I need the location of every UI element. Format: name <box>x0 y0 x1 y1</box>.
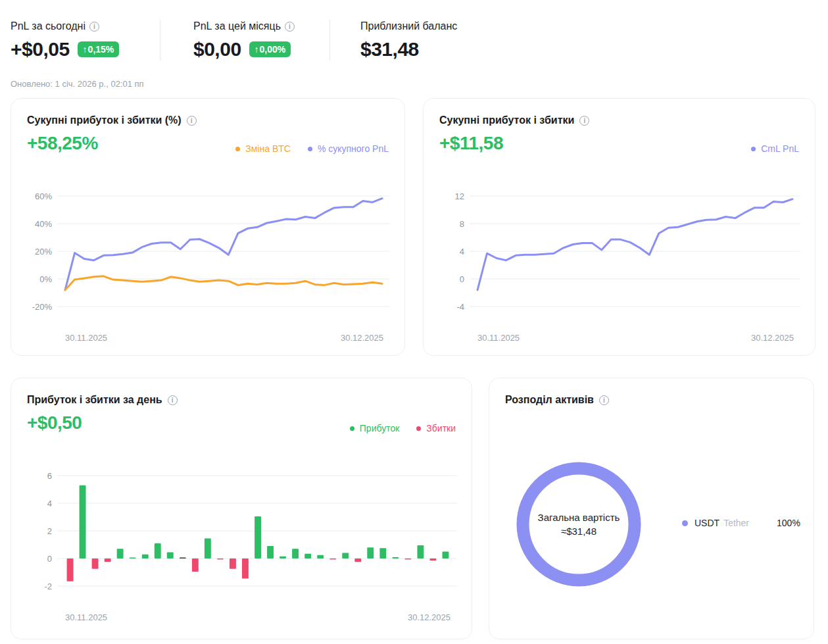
legend-dot <box>350 426 354 431</box>
card-cumulative-pnl-usd: Сукупні прибуток і збитки i +$11,58 CmL … <box>423 98 816 356</box>
stat-pnl-today: PnL за сьогодні i +$0,05 ↑0,15% <box>11 20 160 61</box>
stat-pnl-month: PnL за цей місяць i $0,00 ↑0,00% <box>160 20 329 61</box>
legend-item-btc-change[interactable]: Зміна BTC <box>235 143 291 154</box>
line-chart-svg: 60%40%20%0%-20%30.11.202530.12.2025 <box>27 186 390 350</box>
stat-pnl-today-value: +$0,05 <box>11 38 70 61</box>
info-icon[interactable]: i <box>187 116 197 126</box>
card-title: Розподіл активів <box>505 394 594 406</box>
legend-label: % сукупного PnL <box>318 143 389 154</box>
badge-text: 0,15% <box>88 44 114 55</box>
info-icon[interactable]: i <box>285 22 295 32</box>
card-title: Сукупні прибуток і збитки <box>439 114 574 126</box>
svg-text:0: 0 <box>460 274 464 284</box>
svg-text:6: 6 <box>47 471 52 481</box>
total-value-label: Загальна вартість <box>538 512 620 523</box>
svg-text:30.11.2025: 30.11.2025 <box>65 333 107 343</box>
card-title: Прибуток і збитки за день <box>27 394 162 406</box>
cumulative-pnl-usd-chart: 12840-430.11.202530.12.2025 <box>439 186 799 353</box>
legend-label: Збитки <box>426 423 456 433</box>
stat-estimated-balance: Приблизний баланс $31,48 <box>329 20 468 61</box>
legend-label: Прибуток <box>360 423 400 433</box>
legend-dot <box>308 147 312 151</box>
legend-item-cml-pnl[interactable]: CmL PnL <box>751 143 799 154</box>
legend-dot <box>751 147 756 151</box>
asset-name: Tether <box>723 518 749 528</box>
bar-chart-svg: 6420-230.11.202530.12.2025 <box>27 465 457 630</box>
up-arrow-icon: ↑ <box>83 44 87 55</box>
cumulative-pnl-usd-value: +$11,58 <box>439 133 799 155</box>
svg-text:4: 4 <box>47 499 52 508</box>
card-daily-pnl: Прибуток і збитки за день i +$0,50 Прибу… <box>11 378 472 639</box>
svg-text:0: 0 <box>47 554 52 564</box>
asset-allocation-donut: Загальна вартість ≈$31,48 <box>513 458 645 590</box>
svg-text:30.11.2025: 30.11.2025 <box>477 333 520 343</box>
legend-item-cumulative-pnl-percent[interactable]: % сукупного PnL <box>308 143 389 154</box>
legend-dot <box>416 426 421 431</box>
svg-text:30.12.2025: 30.12.2025 <box>751 333 794 343</box>
charts-row-top: Сукупні прибуток і збитки (%) i +58,25% … <box>11 98 817 356</box>
info-icon[interactable]: i <box>168 395 178 405</box>
info-icon[interactable]: i <box>599 395 609 405</box>
legend-item-usdt[interactable]: USDT Tether 100% <box>682 518 800 528</box>
svg-text:2: 2 <box>47 526 52 536</box>
svg-text:30.12.2025: 30.12.2025 <box>341 333 383 343</box>
svg-text:4: 4 <box>460 247 464 257</box>
pnl-analysis-dashboard: PnL за сьогодні i +$0,05 ↑0,15% PnL за ц… <box>0 0 828 639</box>
stat-pnl-month-value: $0,00 <box>193 38 241 61</box>
card-title: Сукупні прибуток і збитки (%) <box>27 114 182 126</box>
svg-text:0%: 0% <box>39 274 52 284</box>
stat-pnl-today-label: PnL за сьогодні <box>11 20 85 32</box>
total-value-amount: ≈$31,48 <box>561 526 597 537</box>
legend-dot <box>235 147 240 151</box>
svg-text:20%: 20% <box>35 247 52 257</box>
info-icon[interactable]: i <box>579 116 589 126</box>
card-asset-allocation: Розподіл активів i Загальна вартість ≈$3… <box>489 378 814 639</box>
line-chart-svg: 12840-430.11.202530.12.2025 <box>439 186 800 350</box>
chart-legend: Прибуток Збитки <box>350 423 456 433</box>
pnl-summary-row: PnL за сьогодні i +$0,05 ↑0,15% PnL за ц… <box>11 20 817 61</box>
pnl-month-change-badge: ↑0,00% <box>249 41 291 57</box>
stat-pnl-month-label: PnL за цей місяць <box>193 20 281 32</box>
cumulative-pnl-percent-chart: 60%40%20%0%-20%30.11.202530.12.2025 <box>27 186 389 353</box>
chart-legend: CmL PnL <box>751 143 799 154</box>
svg-text:-20%: -20% <box>32 302 53 312</box>
svg-text:30.12.2025: 30.12.2025 <box>408 612 451 622</box>
pnl-today-change-badge: ↑0,15% <box>78 41 120 57</box>
legend-item-profit[interactable]: Прибуток <box>350 423 400 433</box>
chart-legend: Зміна BTC % сукупного PnL <box>235 143 389 154</box>
svg-text:-2: -2 <box>44 582 52 591</box>
donut-center-label: Загальна вартість ≈$31,48 <box>513 458 645 590</box>
card-cumulative-pnl-percent: Сукупні прибуток і збитки (%) i +58,25% … <box>11 98 405 356</box>
stat-estimated-balance-label: Приблизний баланс <box>360 20 457 32</box>
svg-text:30.11.2025: 30.11.2025 <box>65 612 107 622</box>
asset-share: 100% <box>777 518 800 528</box>
legend-dot <box>682 520 688 526</box>
daily-pnl-bar-chart: 6420-230.11.202530.12.2025 <box>27 465 456 632</box>
up-arrow-icon: ↑ <box>255 44 259 55</box>
stat-estimated-balance-value: $31,48 <box>360 38 419 61</box>
svg-text:40%: 40% <box>35 219 52 229</box>
svg-text:12: 12 <box>455 191 464 201</box>
legend-label: CmL PnL <box>761 143 799 154</box>
last-updated-text: Оновлено: 1 січ. 2026 р., 02:01 пп <box>11 79 817 89</box>
info-icon[interactable]: i <box>89 22 99 32</box>
svg-text:8: 8 <box>460 219 464 229</box>
svg-text:-4: -4 <box>456 302 464 312</box>
charts-row-bottom: Прибуток і збитки за день i +$0,50 Прибу… <box>11 378 817 639</box>
badge-text: 0,00% <box>260 44 286 55</box>
svg-text:60%: 60% <box>35 191 52 201</box>
asset-symbol: USDT <box>694 518 719 528</box>
legend-label: Зміна BTC <box>245 143 291 154</box>
legend-item-loss[interactable]: Збитки <box>416 423 456 433</box>
